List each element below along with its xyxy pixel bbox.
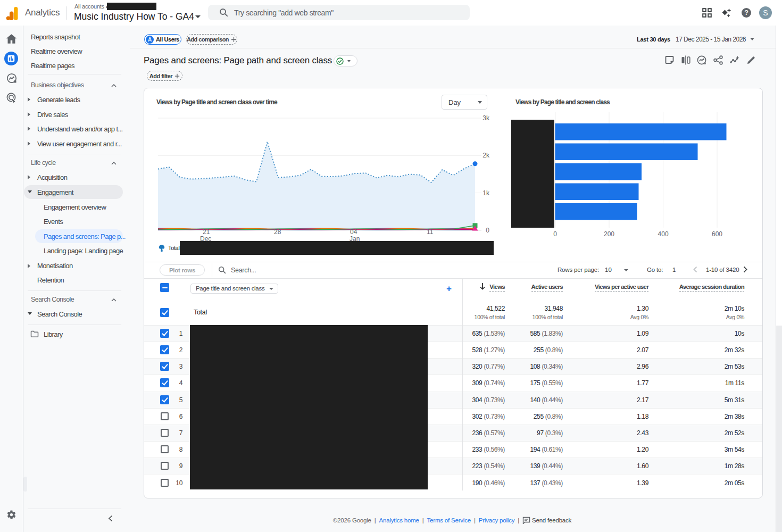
svg-text:600: 600	[712, 230, 722, 238]
svg-text:28: 28	[274, 228, 281, 236]
svg-text:0: 0	[553, 230, 557, 238]
svg-text:3k: 3k	[482, 114, 490, 122]
svg-text:400: 400	[658, 230, 669, 238]
svg-text:21: 21	[203, 228, 210, 236]
svg-text:04: 04	[350, 228, 357, 236]
svg-text:11: 11	[427, 228, 434, 236]
svg-text:1k: 1k	[482, 189, 490, 197]
svg-text:2k: 2k	[482, 152, 490, 159]
svg-text:0: 0	[486, 227, 489, 234]
svg-text:200: 200	[604, 230, 614, 238]
